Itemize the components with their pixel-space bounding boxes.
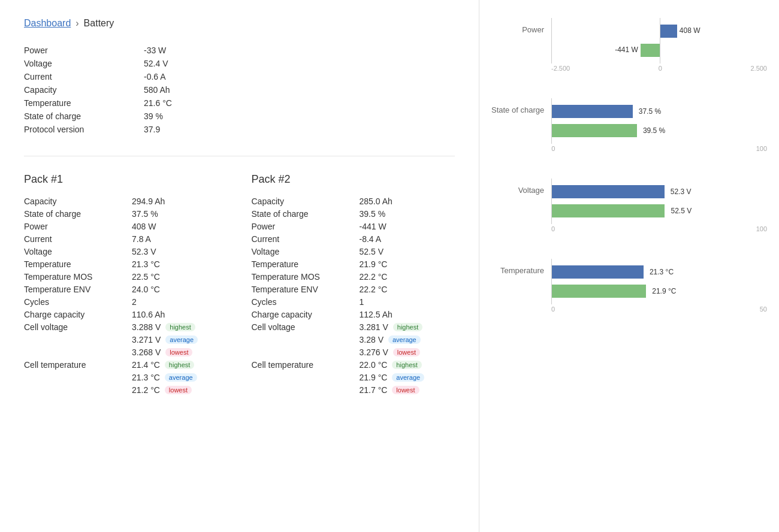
stats-value: 580 Ah bbox=[144, 85, 455, 95]
pack-field-label: State of charge bbox=[252, 209, 360, 219]
breadcrumb: Dashboard › Battery bbox=[24, 18, 455, 29]
pack-field-label: Charge capacity bbox=[252, 310, 360, 319]
pack-field-value: 24.0 °C bbox=[132, 285, 228, 294]
chart-bar-row: 52.3 V bbox=[552, 183, 767, 200]
badge-average: average bbox=[165, 335, 198, 344]
stats-value: 37.9 bbox=[144, 125, 455, 134]
empty-label bbox=[252, 373, 360, 382]
pack-field-value: 2 bbox=[132, 297, 228, 307]
chart-bar-value-label: 52.5 V bbox=[667, 207, 692, 215]
stats-label: Capacity bbox=[24, 85, 144, 95]
chart-y-label: Temperature bbox=[491, 259, 551, 275]
breadcrumb-separator: › bbox=[76, 18, 78, 29]
pack-field-label: Cycles bbox=[24, 297, 132, 307]
cell-temperature-label: Cell temperature bbox=[252, 360, 360, 370]
chart-bar-value-label: 21.3 °C bbox=[646, 268, 674, 276]
pack-field-label: Temperature bbox=[24, 259, 132, 269]
pack-field-label: Current bbox=[252, 234, 360, 244]
badge-lowest: lowest bbox=[165, 348, 192, 356]
pack-field-value: 21.9 °C bbox=[360, 259, 455, 269]
pack-field-label: Power bbox=[24, 222, 132, 231]
pack-field-value: 110.6 Ah bbox=[132, 310, 228, 319]
pack-field-label: Temperature MOS bbox=[24, 272, 132, 282]
pack-field-label: Capacity bbox=[252, 197, 360, 206]
pack-2: Pack #2Capacity285.0 AhState of charge39… bbox=[252, 173, 455, 395]
cell-temperature-label: Cell temperature bbox=[24, 360, 132, 370]
chart-state-of-charge: State of charge37.5 %39.5 %0100 bbox=[491, 98, 767, 152]
chart-voltage: Voltage52.3 V52.5 V0100 bbox=[491, 179, 767, 232]
pack-field-value: 37.5 % bbox=[132, 209, 228, 219]
pack-field-value: 52.5 V bbox=[360, 247, 455, 256]
breadcrumb-dashboard-link[interactable]: Dashboard bbox=[24, 18, 71, 29]
chart-temperature: Temperature21.3 °C21.9 °C050 bbox=[491, 259, 767, 313]
chart-bar-value-label: 408 W bbox=[677, 26, 701, 35]
badge-lowest: lowest bbox=[392, 386, 419, 394]
stats-value: 39 % bbox=[144, 111, 455, 121]
chart-axis-labels: 050 bbox=[551, 306, 767, 313]
chart-power: Power408 W-441 W-2.50002.500 bbox=[491, 18, 767, 72]
stats-label: Power bbox=[24, 46, 144, 55]
cell-temperature-average: 21.9 °C average bbox=[360, 373, 455, 382]
cell-voltage-lowest: 3.268 V lowest bbox=[132, 347, 228, 357]
chart-bar-row: 21.3 °C bbox=[552, 264, 767, 280]
pack-field-label: Temperature bbox=[252, 259, 360, 269]
empty-label bbox=[24, 347, 132, 357]
pack-field-label: State of charge bbox=[24, 209, 132, 219]
cell-voltage-highest: 3.281 V highest bbox=[360, 322, 455, 332]
cell-temperature-average: 21.3 °C average bbox=[132, 373, 228, 382]
chart-bar-value-label: 52.3 V bbox=[667, 188, 692, 196]
right-panel: Power408 W-441 W-2.50002.500State of cha… bbox=[479, 0, 779, 532]
pack-field-label: Temperature ENV bbox=[252, 285, 360, 294]
stats-label: Current bbox=[24, 72, 144, 81]
pack-field-value: 408 W bbox=[132, 222, 228, 231]
cell-voltage-average: 3.28 V average bbox=[360, 335, 455, 344]
stats-label: Protocol version bbox=[24, 125, 144, 134]
pack-field-label: Power bbox=[252, 222, 360, 231]
stats-value: 52.4 V bbox=[144, 59, 455, 68]
badge-highest: highest bbox=[392, 361, 421, 369]
pack-field-value: -8.4 A bbox=[360, 234, 455, 244]
pack-field-value: 22.5 °C bbox=[132, 272, 228, 282]
chart-axis-labels: 0100 bbox=[551, 145, 767, 152]
cell-voltage-label: Cell voltage bbox=[24, 322, 132, 332]
empty-label bbox=[24, 385, 132, 395]
chart-bar-value-label: -441 W bbox=[611, 46, 641, 54]
pack-field-value: 22.2 °C bbox=[360, 272, 455, 282]
badge-average: average bbox=[165, 373, 197, 382]
stats-label: Voltage bbox=[24, 59, 144, 68]
empty-label bbox=[24, 335, 132, 344]
stats-label: Temperature bbox=[24, 98, 144, 108]
empty-label bbox=[252, 335, 360, 344]
chart-y-label: Power bbox=[491, 18, 551, 34]
chart-bar-value-label: 21.9 °C bbox=[648, 287, 676, 295]
badge-average: average bbox=[388, 335, 421, 344]
chart-bar-row: 39.5 % bbox=[552, 122, 767, 139]
pack-field-label: Temperature ENV bbox=[24, 285, 132, 294]
pack-field-label: Charge capacity bbox=[24, 310, 132, 319]
cell-temperature-highest: 21.4 °C highest bbox=[132, 360, 228, 370]
badge-highest: highest bbox=[393, 323, 422, 331]
cell-voltage-highest: 3.288 V highest bbox=[132, 322, 228, 332]
divider bbox=[24, 156, 455, 156]
badge-highest: highest bbox=[165, 361, 194, 369]
pack-field-value: 22.2 °C bbox=[360, 285, 455, 294]
packs-section: Pack #1Capacity294.9 AhState of charge37… bbox=[24, 173, 455, 395]
chart-axis-labels: 0100 bbox=[551, 225, 767, 232]
cell-voltage-lowest: 3.276 V lowest bbox=[360, 347, 455, 357]
chart-axis-labels: -2.50002.500 bbox=[551, 65, 767, 72]
pack-1-table: Capacity294.9 AhState of charge37.5 %Pow… bbox=[24, 197, 228, 395]
pack-field-value: 285.0 Ah bbox=[360, 197, 455, 206]
pack-field-label: Temperature MOS bbox=[252, 272, 360, 282]
cell-temperature-lowest: 21.7 °C lowest bbox=[360, 385, 455, 395]
stats-label: State of charge bbox=[24, 111, 144, 121]
cell-temperature-highest: 22.0 °C highest bbox=[360, 360, 455, 370]
badge-lowest: lowest bbox=[165, 386, 192, 394]
pack-field-label: Current bbox=[24, 234, 132, 244]
breadcrumb-current: Battery bbox=[84, 18, 114, 29]
empty-label bbox=[24, 373, 132, 382]
pack-field-value: 1 bbox=[360, 297, 455, 307]
main-stats-table: Power-33 WVoltage52.4 VCurrent-0.6 ACapa… bbox=[24, 46, 455, 134]
pack-2-table: Capacity285.0 AhState of charge39.5 %Pow… bbox=[252, 197, 455, 395]
pack-field-label: Capacity bbox=[24, 197, 132, 206]
chart-bar-value-label: 39.5 % bbox=[639, 126, 665, 135]
